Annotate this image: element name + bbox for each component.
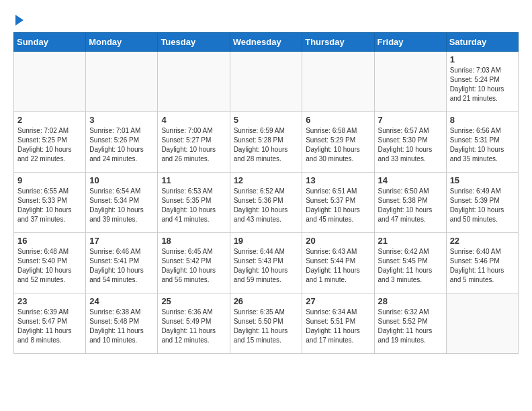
day-number: 8: [450, 115, 515, 125]
day-info: Sunrise: 6:36 AM Sunset: 5:49 PM Dayligh…: [161, 308, 226, 345]
day-info: Sunrise: 7:00 AM Sunset: 5:27 PM Dayligh…: [161, 126, 226, 164]
calendar-cell: 26Sunrise: 6:35 AM Sunset: 5:50 PM Dayli…: [230, 293, 302, 354]
day-info: Sunrise: 7:03 AM Sunset: 5:24 PM Dayligh…: [450, 66, 515, 103]
weekday-header-sunday: Sunday: [14, 33, 86, 52]
calendar-cell: [86, 52, 158, 112]
day-number: 3: [89, 115, 154, 125]
calendar-cell: 23Sunrise: 6:39 AM Sunset: 5:47 PM Dayli…: [14, 293, 86, 354]
day-info: Sunrise: 6:43 AM Sunset: 5:44 PM Dayligh…: [306, 247, 370, 285]
calendar-cell: 18Sunrise: 6:45 AM Sunset: 5:42 PM Dayli…: [158, 233, 230, 293]
calendar-cell: 14Sunrise: 6:50 AM Sunset: 5:38 PM Dayli…: [374, 173, 446, 233]
weekday-header-row: SundayMondayTuesdayWednesdayThursdayFrid…: [14, 33, 519, 52]
day-info: Sunrise: 6:50 AM Sunset: 5:38 PM Dayligh…: [378, 187, 443, 224]
calendar-week-3: 16Sunrise: 6:48 AM Sunset: 5:40 PM Dayli…: [14, 233, 519, 293]
day-number: 25: [161, 296, 226, 306]
day-info: Sunrise: 6:45 AM Sunset: 5:42 PM Dayligh…: [161, 247, 226, 285]
day-number: 18: [161, 236, 226, 246]
calendar-cell: [230, 52, 302, 112]
day-number: 1: [450, 54, 515, 64]
calendar-cell: 25Sunrise: 6:36 AM Sunset: 5:49 PM Dayli…: [158, 293, 230, 354]
weekday-header-monday: Monday: [86, 33, 158, 52]
calendar-cell: [14, 52, 86, 112]
day-number: 17: [89, 236, 154, 246]
day-info: Sunrise: 6:44 AM Sunset: 5:43 PM Dayligh…: [234, 247, 299, 285]
day-info: Sunrise: 6:51 AM Sunset: 5:37 PM Dayligh…: [306, 187, 370, 224]
day-number: 22: [450, 236, 515, 246]
calendar-cell: 20Sunrise: 6:43 AM Sunset: 5:44 PM Dayli…: [302, 233, 374, 293]
day-info: Sunrise: 6:55 AM Sunset: 5:33 PM Dayligh…: [17, 187, 82, 224]
day-info: Sunrise: 6:34 AM Sunset: 5:51 PM Dayligh…: [306, 308, 370, 345]
day-number: 20: [306, 236, 370, 246]
calendar-cell: 9Sunrise: 6:55 AM Sunset: 5:33 PM Daylig…: [14, 173, 86, 233]
calendar-week-0: 1Sunrise: 7:03 AM Sunset: 5:24 PM Daylig…: [14, 52, 519, 112]
calendar-cell: 19Sunrise: 6:44 AM Sunset: 5:43 PM Dayli…: [230, 233, 302, 293]
calendar-cell: 24Sunrise: 6:38 AM Sunset: 5:48 PM Dayli…: [86, 293, 158, 354]
calendar-cell: [158, 52, 230, 112]
calendar-cell: 11Sunrise: 6:53 AM Sunset: 5:35 PM Dayli…: [158, 173, 230, 233]
calendar-cell: 22Sunrise: 6:40 AM Sunset: 5:46 PM Dayli…: [446, 233, 518, 293]
day-number: 24: [89, 296, 154, 306]
calendar-week-2: 9Sunrise: 6:55 AM Sunset: 5:33 PM Daylig…: [14, 173, 519, 233]
day-number: 6: [306, 115, 370, 125]
day-info: Sunrise: 6:56 AM Sunset: 5:31 PM Dayligh…: [450, 126, 515, 164]
day-number: 14: [378, 175, 443, 185]
calendar-cell: 28Sunrise: 6:32 AM Sunset: 5:52 PM Dayli…: [374, 293, 446, 354]
calendar-cell: 21Sunrise: 6:42 AM Sunset: 5:45 PM Dayli…: [374, 233, 446, 293]
day-info: Sunrise: 6:58 AM Sunset: 5:29 PM Dayligh…: [306, 126, 370, 164]
day-info: Sunrise: 6:48 AM Sunset: 5:40 PM Dayligh…: [17, 247, 82, 285]
day-info: Sunrise: 7:01 AM Sunset: 5:26 PM Dayligh…: [89, 126, 154, 164]
day-number: 15: [450, 175, 515, 185]
day-number: 7: [378, 115, 443, 125]
calendar-week-4: 23Sunrise: 6:39 AM Sunset: 5:47 PM Dayli…: [14, 293, 519, 354]
weekday-header-wednesday: Wednesday: [230, 33, 302, 52]
calendar-cell: 27Sunrise: 6:34 AM Sunset: 5:51 PM Dayli…: [302, 293, 374, 354]
day-info: Sunrise: 6:59 AM Sunset: 5:28 PM Dayligh…: [234, 126, 299, 164]
logo-arrow-icon: [15, 15, 24, 26]
day-info: Sunrise: 6:32 AM Sunset: 5:52 PM Dayligh…: [378, 308, 443, 345]
weekday-header-thursday: Thursday: [302, 33, 374, 52]
calendar-cell: 1Sunrise: 7:03 AM Sunset: 5:24 PM Daylig…: [446, 52, 518, 112]
calendar-table: SundayMondayTuesdayWednesdayThursdayFrid…: [13, 32, 519, 354]
day-number: 28: [378, 296, 443, 306]
day-info: Sunrise: 6:40 AM Sunset: 5:46 PM Dayligh…: [450, 247, 515, 285]
day-info: Sunrise: 6:46 AM Sunset: 5:41 PM Dayligh…: [89, 247, 154, 285]
day-info: Sunrise: 6:49 AM Sunset: 5:39 PM Dayligh…: [450, 187, 515, 224]
weekday-header-saturday: Saturday: [446, 33, 518, 52]
calendar-cell: 15Sunrise: 6:49 AM Sunset: 5:39 PM Dayli…: [446, 173, 518, 233]
day-number: 27: [306, 296, 370, 306]
calendar-cell: [374, 52, 446, 112]
calendar-week-1: 2Sunrise: 7:02 AM Sunset: 5:25 PM Daylig…: [14, 112, 519, 173]
calendar-cell: 13Sunrise: 6:51 AM Sunset: 5:37 PM Dayli…: [302, 173, 374, 233]
day-info: Sunrise: 6:54 AM Sunset: 5:34 PM Dayligh…: [89, 187, 154, 224]
day-number: 5: [234, 115, 299, 125]
calendar-cell: 10Sunrise: 6:54 AM Sunset: 5:34 PM Dayli…: [86, 173, 158, 233]
calendar-cell: 8Sunrise: 6:56 AM Sunset: 5:31 PM Daylig…: [446, 112, 518, 173]
day-number: 10: [89, 175, 154, 185]
calendar-cell: 16Sunrise: 6:48 AM Sunset: 5:40 PM Dayli…: [14, 233, 86, 293]
calendar-cell: 2Sunrise: 7:02 AM Sunset: 5:25 PM Daylig…: [14, 112, 86, 173]
weekday-header-tuesday: Tuesday: [158, 33, 230, 52]
page-header: [13, 13, 519, 26]
calendar-cell: 3Sunrise: 7:01 AM Sunset: 5:26 PM Daylig…: [86, 112, 158, 173]
day-number: 2: [17, 115, 82, 125]
calendar-cell: 17Sunrise: 6:46 AM Sunset: 5:41 PM Dayli…: [86, 233, 158, 293]
day-info: Sunrise: 6:38 AM Sunset: 5:48 PM Dayligh…: [89, 308, 154, 345]
day-info: Sunrise: 6:39 AM Sunset: 5:47 PM Dayligh…: [17, 308, 82, 345]
day-number: 13: [306, 175, 370, 185]
day-info: Sunrise: 6:57 AM Sunset: 5:30 PM Dayligh…: [378, 126, 443, 164]
day-number: 9: [17, 175, 82, 185]
day-number: 12: [234, 175, 299, 185]
calendar-cell: 12Sunrise: 6:52 AM Sunset: 5:36 PM Dayli…: [230, 173, 302, 233]
calendar-cell: [302, 52, 374, 112]
day-info: Sunrise: 6:35 AM Sunset: 5:50 PM Dayligh…: [234, 308, 299, 345]
day-number: 23: [17, 296, 82, 306]
day-number: 19: [234, 236, 299, 246]
calendar-cell: 4Sunrise: 7:00 AM Sunset: 5:27 PM Daylig…: [158, 112, 230, 173]
day-info: Sunrise: 6:42 AM Sunset: 5:45 PM Dayligh…: [378, 247, 443, 285]
calendar-cell: 6Sunrise: 6:58 AM Sunset: 5:29 PM Daylig…: [302, 112, 374, 173]
day-number: 21: [378, 236, 443, 246]
day-number: 4: [161, 115, 226, 125]
logo: [13, 13, 24, 26]
day-info: Sunrise: 6:52 AM Sunset: 5:36 PM Dayligh…: [234, 187, 299, 224]
calendar-cell: 5Sunrise: 6:59 AM Sunset: 5:28 PM Daylig…: [230, 112, 302, 173]
